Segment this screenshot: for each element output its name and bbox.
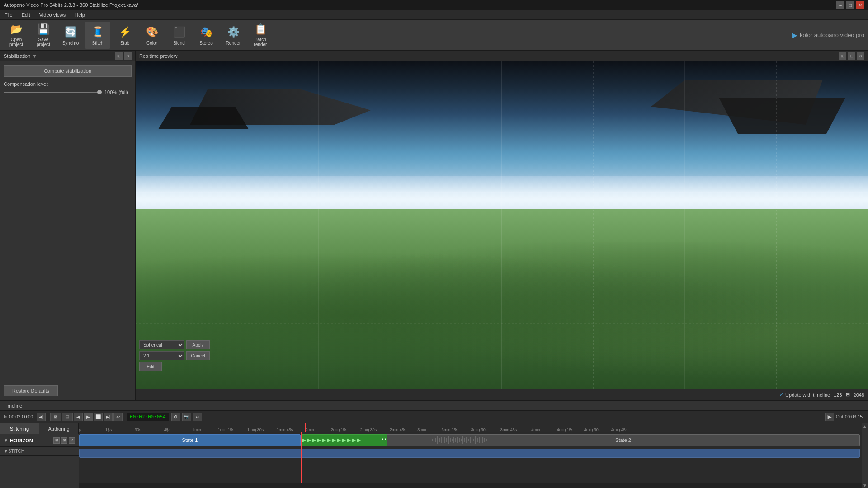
stab-label: Stab <box>120 41 130 46</box>
play-button[interactable]: ▶ <box>84 413 93 421</box>
horizon-icon-2[interactable]: ⊡ <box>61 437 67 444</box>
update-timeline-label: Update with timeline <box>785 392 830 398</box>
timeline-playhead[interactable] <box>301 432 302 483</box>
svg-rect-13 <box>434 437 434 443</box>
svg-rect-37 <box>477 438 478 442</box>
timeline-scrollbar[interactable] <box>79 483 862 488</box>
panel-close-button[interactable]: ✕ <box>124 52 132 60</box>
maximize-button[interactable]: □ <box>846 1 854 9</box>
synchro-button[interactable]: 🔄 Synchro <box>58 22 83 49</box>
loop-button[interactable]: ↩ <box>113 413 123 421</box>
synchro-icon: 🔄 <box>63 25 78 39</box>
out-value: 00:03:15 <box>845 414 863 419</box>
stereo-label: Stereo <box>199 41 212 46</box>
timecode-settings-button[interactable]: ⚙ <box>171 413 180 421</box>
color-button[interactable]: 🎨 Color <box>139 22 165 49</box>
preview-viewport: Spherical Apply 2:1 Cancel Edit <box>136 61 868 389</box>
horizon-motion-icon[interactable]: ↗ <box>69 437 75 444</box>
set-out-button[interactable]: |▶ <box>825 413 834 421</box>
panel-header-icons: ⊞ ✕ <box>115 52 132 60</box>
stereo-button[interactable]: 🎭 Stereo <box>193 22 219 49</box>
set-in-button[interactable]: ◀| <box>37 413 46 421</box>
grid-toggle-icon[interactable]: ⊞ <box>846 392 850 398</box>
content-area: Stabilization ▼ ⊞ ✕ Compute stabilizatio… <box>0 51 868 400</box>
stitch-track-name: STITCH <box>8 449 24 454</box>
ruler-mark: 2min 45s <box>390 427 406 432</box>
horizon-expand-icon[interactable]: ▼ <box>4 438 8 443</box>
preview-float-button[interactable]: ⊞ <box>839 52 846 60</box>
horizon-icon-1[interactable]: ⊞ <box>53 437 60 444</box>
edit-button[interactable]: Edit <box>139 362 162 371</box>
menu-file[interactable]: File <box>3 11 14 19</box>
save-project-button[interactable]: 💾 Save project <box>31 22 56 49</box>
ruler-mark: 2min 15s <box>331 427 348 432</box>
color-icon: 🎨 <box>145 25 159 39</box>
svg-rect-21 <box>448 436 449 444</box>
open-project-button[interactable]: 📂 Open project <box>4 22 29 49</box>
compensation-slider-fill <box>4 92 102 93</box>
current-time-display: 00:02:00:054 <box>127 413 168 421</box>
ruler-mark: 15s <box>105 427 112 432</box>
scroll-down-arrow[interactable]: ▼ <box>862 483 868 488</box>
stitching-tab[interactable]: Stitching <box>0 423 39 434</box>
preview-expand-button[interactable]: ⊡ <box>848 52 855 60</box>
undo-button[interactable]: ↩ <box>193 413 202 421</box>
compensation-slider-row: 100% (full) <box>4 89 132 95</box>
render-label: Render <box>226 41 241 46</box>
compensation-slider[interactable] <box>4 92 102 93</box>
prev-frame-button[interactable]: ◀ <box>74 413 83 421</box>
projection-dropdown[interactable]: Spherical <box>139 340 184 349</box>
stop-button[interactable]: ⬜ <box>94 413 103 421</box>
menu-edit[interactable]: Edit <box>20 11 32 19</box>
batch-render-label: Batch render <box>250 37 271 47</box>
menu-help[interactable]: Help <box>73 11 87 19</box>
preview-header-icons: ⊞ ⊡ ✕ <box>839 52 864 60</box>
drone-body-left <box>158 107 249 129</box>
timeline-section: Timeline In 00:02:00:00 ◀| ⊠ ⊟ ◀ ▶ ⬜ ▶| … <box>0 400 868 488</box>
stab-icon: ⚡ <box>118 25 132 39</box>
stitch-button[interactable]: 🧵 Stitch <box>85 22 110 49</box>
left-panel: Stabilization ▼ ⊞ ✕ Compute stabilizatio… <box>0 51 136 400</box>
scroll-up-arrow[interactable]: ▲ <box>862 423 868 429</box>
close-button[interactable]: ✕ <box>856 1 864 9</box>
ratio-dropdown[interactable]: 2:1 <box>139 351 184 360</box>
stitch-expand-icon[interactable]: ▼ <box>4 449 8 454</box>
update-timeline-checkbox[interactable]: ✓ Update with timeline <box>779 392 830 398</box>
arrow-9: ▶ <box>342 437 346 443</box>
apply-button[interactable]: Apply <box>186 340 210 349</box>
timeline-ruler-and-tracks: 0s15s30s45s1min1min 15s1min 30s1min 45s2… <box>79 423 862 488</box>
arrow-11: ▶ <box>352 437 356 443</box>
svg-rect-40 <box>482 437 483 443</box>
stab-button[interactable]: ⚡ Stab <box>112 22 137 49</box>
goto-start-button[interactable]: ⊠ <box>50 413 61 421</box>
goto-in-button[interactable]: ⊟ <box>62 413 73 421</box>
out-label: Out <box>836 414 843 419</box>
svg-rect-39 <box>481 439 481 441</box>
state1-bar[interactable]: State 1 <box>79 434 301 446</box>
svg-rect-32 <box>468 439 469 441</box>
ruler-mark: 3min 45s <box>500 427 517 432</box>
panel-float-button[interactable]: ⊞ <box>115 52 123 60</box>
track-tabs: Stitching Authoring <box>0 423 79 434</box>
minimize-button[interactable]: – <box>836 1 844 9</box>
render-button[interactable]: ⚙️ Render <box>221 22 246 49</box>
stabilization-title: Stabilization <box>4 53 30 59</box>
stitch-label: Stitch <box>92 41 103 46</box>
blend-button[interactable]: ⬛ Blend <box>166 22 192 49</box>
compute-stabilization-button[interactable]: Compute stabilization <box>4 65 132 77</box>
authoring-tab[interactable]: Authoring <box>39 423 79 434</box>
cancel-button[interactable]: Cancel <box>186 351 210 360</box>
save-project-icon: 💾 <box>36 23 51 36</box>
restore-defaults-button[interactable]: Restore Defaults <box>4 385 58 396</box>
menu-video-views[interactable]: Video views <box>38 11 68 19</box>
stitch-bar[interactable] <box>79 449 860 458</box>
next-frame-button[interactable]: ▶| <box>104 413 113 421</box>
snapshot-button[interactable]: 📷 <box>182 413 191 421</box>
batch-render-button[interactable]: 📋 Batch render <box>248 22 273 49</box>
state-green-bar[interactable]: ▶ ▶ ▶ ▶ ▶ ▶ ▶ ▶ ▶ ▶ ▶ ▶ <box>301 434 396 446</box>
stitch-icon: 🧵 <box>90 25 105 39</box>
preview-close-button[interactable]: ✕ <box>857 52 864 60</box>
ruler-mark: 45s <box>164 427 171 432</box>
arrow-5: ▶ <box>322 437 326 443</box>
svg-rect-31 <box>466 437 467 443</box>
